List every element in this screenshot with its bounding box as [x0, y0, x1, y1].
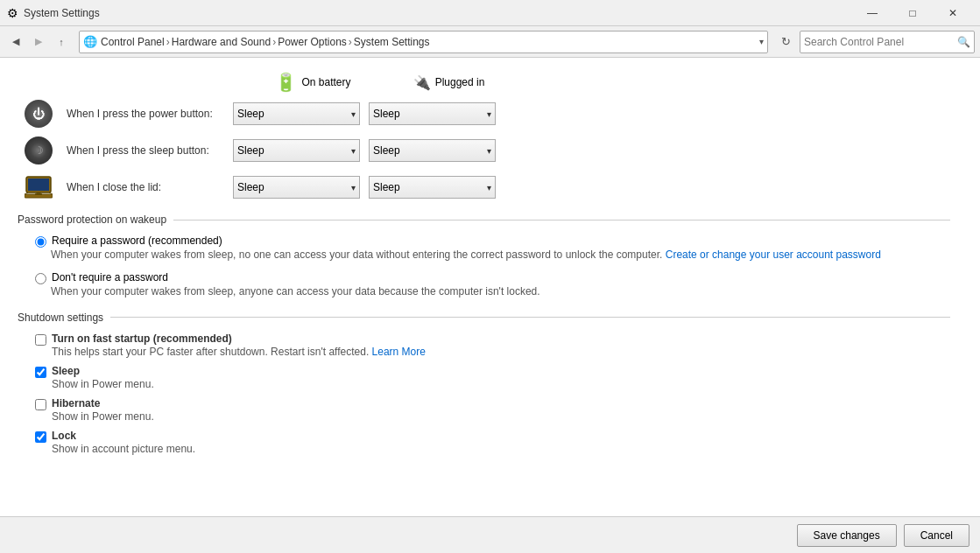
power-button-label: When I press the power button: — [67, 108, 233, 120]
power-battery-select[interactable]: Do nothing Sleep Hibernate Shut down Tur… — [233, 102, 360, 125]
footer: Save changes Cancel — [0, 516, 980, 553]
maximize-button[interactable]: □ — [892, 0, 933, 26]
sleep-icon: ☽ — [25, 136, 53, 164]
shutdown-section-title: Shutdown settings — [18, 312, 103, 324]
shutdown-checkbox-group: Turn on fast startup (recommended) This … — [35, 332, 950, 455]
address-bar: 🌐 Control Panel › Hardware and Sound › P… — [79, 31, 768, 53]
lock-desc: Show in account picture menu. — [52, 443, 950, 455]
password-section-header: Password protection on wakeup — [18, 214, 950, 226]
power-icon: ⏻ — [25, 100, 53, 128]
sleep-button-row: ☽ When I press the sleep button: Do noth… — [18, 136, 950, 164]
main-content: 🔋 On battery 🔌 Plugged in ⏻ When I press… — [0, 58, 980, 516]
cancel-button[interactable]: Cancel — [904, 524, 969, 547]
sleep-plugged-select-wrapper: Do nothing Sleep Hibernate Shut down Tur… — [369, 139, 496, 162]
save-button[interactable]: Save changes — [797, 524, 897, 547]
require-password-label[interactable]: Require a password (recommended) — [35, 234, 950, 248]
back-button[interactable]: ◀ — [5, 32, 26, 52]
search-box: 🔍 — [800, 31, 975, 53]
lid-dropdowns: Do nothing Sleep Hibernate Shut down Tur… — [233, 176, 496, 199]
nav-arrows: ◀ ▶ ↑ — [5, 32, 72, 52]
lid-label: When I close the lid: — [67, 181, 233, 193]
plugged-column-header: 🔌 Plugged in — [381, 74, 517, 91]
search-input[interactable] — [804, 36, 957, 48]
hibernate-desc: Show in Power menu. — [52, 410, 950, 423]
titlebar-icon: ⚙ — [7, 6, 18, 20]
fast-startup-desc: This helps start your PC faster after sh… — [52, 346, 950, 358]
breadcrumb: Control Panel › Hardware and Sound › Pow… — [101, 36, 430, 48]
sleep-plugged-select[interactable]: Do nothing Sleep Hibernate Shut down Tur… — [369, 139, 496, 162]
power-header: 🔋 On battery 🔌 Plugged in — [245, 72, 950, 93]
refresh-button[interactable]: ↻ — [775, 32, 796, 52]
lock-option: Lock Show in account picture menu. — [35, 430, 950, 455]
lid-plugged-select-wrapper: Do nothing Sleep Hibernate Shut down Tur… — [369, 176, 496, 199]
power-battery-select-wrapper: Do nothing Sleep Hibernate Shut down Tur… — [233, 102, 360, 125]
close-button[interactable]: ✕ — [933, 0, 973, 26]
fast-startup-title: Turn on fast startup (recommended) — [52, 332, 232, 345]
fast-startup-option: Turn on fast startup (recommended) This … — [35, 332, 950, 358]
sleep-button-dropdowns: Do nothing Sleep Hibernate Shut down Tur… — [233, 139, 496, 162]
lid-plugged-select[interactable]: Do nothing Sleep Hibernate Shut down Tur… — [369, 176, 496, 199]
navbar: ◀ ▶ ↑ 🌐 Control Panel › Hardware and Sou… — [0, 26, 980, 58]
password-radio-group: Require a password (recommended) When yo… — [35, 234, 950, 299]
sleep-option: Sleep Show in Power menu. — [35, 365, 950, 390]
require-password-radio[interactable] — [35, 236, 46, 248]
shutdown-section-header: Shutdown settings — [18, 312, 950, 324]
lock-checkbox[interactable] — [35, 431, 46, 443]
lid-battery-select-wrapper: Do nothing Sleep Hibernate Shut down Tur… — [233, 176, 360, 199]
require-password-desc: When your computer wakes from sleep, no … — [51, 248, 950, 262]
power-button-dropdowns: Do nothing Sleep Hibernate Shut down Tur… — [233, 102, 496, 125]
sleep-battery-select-wrapper: Do nothing Sleep Hibernate Shut down Tur… — [233, 139, 360, 162]
sleep-title: Sleep — [52, 365, 80, 377]
no-password-radio[interactable] — [35, 273, 46, 284]
breadcrumb-system-settings: System Settings — [354, 36, 430, 48]
power-button-icon: ⏻ — [25, 100, 53, 128]
titlebar-controls: — □ ✕ — [852, 0, 973, 26]
no-password-label[interactable]: Don't require a password — [35, 271, 950, 284]
up-button[interactable]: ↑ — [51, 32, 72, 52]
lock-checkbox-label[interactable]: Lock — [35, 430, 950, 443]
lid-laptop-icon — [25, 173, 53, 201]
hibernate-checkbox[interactable] — [35, 399, 46, 410]
breadcrumb-power-options[interactable]: Power Options — [278, 36, 347, 48]
fast-startup-checkbox[interactable] — [35, 334, 46, 346]
hibernate-option: Hibernate Show in Power menu. — [35, 397, 950, 423]
battery-icon: 🔋 — [275, 72, 297, 93]
sleep-checkbox[interactable] — [35, 367, 46, 378]
no-password-option: Don't require a password When your compu… — [35, 271, 950, 299]
hibernate-title: Hibernate — [52, 397, 100, 410]
titlebar-title: System Settings — [24, 7, 852, 19]
forward-button[interactable]: ▶ — [28, 32, 49, 52]
sleep-button-icon: ☽ — [25, 136, 53, 164]
lid-row: When I close the lid: Do nothing Sleep H… — [18, 173, 950, 201]
plugin-icon: 🔌 — [413, 74, 431, 91]
create-password-link[interactable]: Create or change your user account passw… — [666, 248, 881, 261]
settings-area: 🔋 On battery 🔌 Plugged in ⏻ When I press… — [18, 72, 962, 516]
minimize-button[interactable]: — — [852, 0, 892, 26]
titlebar: ⚙ System Settings — □ ✕ — [0, 0, 980, 26]
power-button-row: ⏻ When I press the power button: Do noth… — [18, 100, 950, 128]
lock-title: Lock — [52, 430, 76, 442]
address-dropdown-button[interactable]: ▾ — [759, 37, 764, 46]
breadcrumb-hardware-sound[interactable]: Hardware and Sound — [172, 36, 271, 48]
battery-column-header: 🔋 On battery — [245, 72, 381, 93]
svg-rect-1 — [28, 178, 49, 191]
sleep-checkbox-label[interactable]: Sleep — [35, 365, 950, 378]
require-password-option: Require a password (recommended) When yo… — [35, 234, 950, 262]
require-password-title: Require a password (recommended) — [52, 234, 222, 247]
sleep-desc: Show in Power menu. — [52, 378, 950, 390]
search-icon[interactable]: 🔍 — [957, 36, 970, 48]
fast-startup-learn-more-link[interactable]: Learn More — [372, 346, 426, 358]
fast-startup-label[interactable]: Turn on fast startup (recommended) — [35, 332, 950, 346]
power-plugged-select[interactable]: Do nothing Sleep Hibernate Shut down Tur… — [369, 102, 496, 125]
no-password-title: Don't require a password — [52, 271, 168, 284]
plugged-label: Plugged in — [435, 76, 485, 88]
no-password-desc: When your computer wakes from sleep, any… — [51, 284, 950, 299]
password-section-title: Password protection on wakeup — [18, 214, 166, 226]
address-icon: 🌐 — [83, 35, 97, 48]
sleep-button-label: When I press the sleep button: — [67, 144, 233, 157]
lid-battery-select[interactable]: Do nothing Sleep Hibernate Shut down Tur… — [233, 176, 360, 199]
breadcrumb-control-panel[interactable]: Control Panel — [101, 36, 165, 48]
hibernate-checkbox-label[interactable]: Hibernate — [35, 397, 950, 410]
sleep-battery-select[interactable]: Do nothing Sleep Hibernate Shut down Tur… — [233, 139, 360, 162]
lid-icon — [25, 173, 53, 201]
